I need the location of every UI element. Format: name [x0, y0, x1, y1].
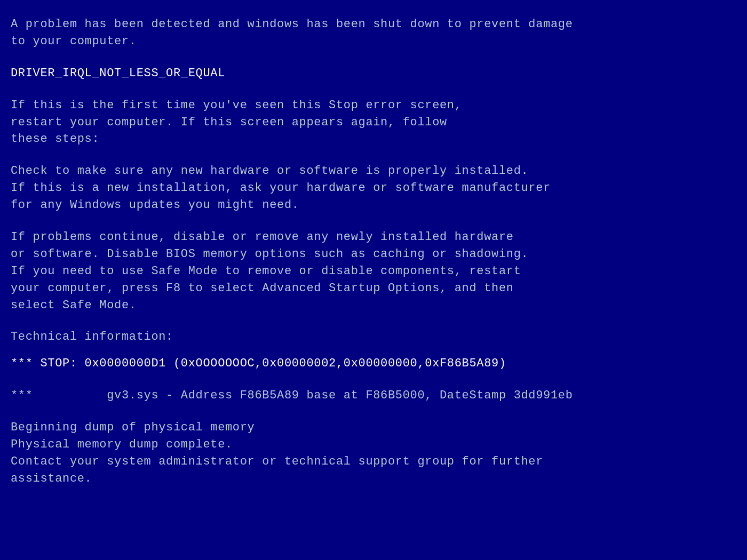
check-hardware-block: Check to make sure any new hardware or s…	[11, 163, 736, 214]
technical-info-block: Technical information: *** STOP: 0x00000…	[11, 329, 736, 404]
dump-line3: Contact your system administrator or tec…	[11, 453, 736, 470]
bsod-screen: A problem has been detected and windows …	[0, 0, 747, 560]
first-time-block: If this is the first time you've seen th…	[11, 97, 736, 148]
intro-line2: to your computer.	[11, 35, 137, 48]
dump-line2: Physical memory dump complete.	[11, 436, 736, 453]
if-problems-block: If problems continue, disable or remove …	[11, 229, 736, 314]
driver-line: *** gv3.sys - Address F86B5A89 base at F…	[11, 387, 736, 404]
intro-block: A problem has been detected and windows …	[11, 16, 736, 50]
stop-code-block: DRIVER_IRQL_NOT_LESS_OR_EQUAL	[11, 65, 736, 82]
check-hardware-msg: Check to make sure any new hardware or s…	[11, 164, 551, 212]
stop-line: *** STOP: 0x0000000D1 (0xOOOOOOOC,0x0000…	[11, 355, 736, 372]
dump-line1: Beginning dump of physical memory	[11, 419, 736, 436]
first-time-msg: If this is the first time you've seen th…	[11, 99, 462, 146]
dump-line4: assistance.	[11, 470, 736, 487]
intro-line1: A problem has been detected and windows …	[11, 18, 573, 31]
tech-info-label: Technical information:	[11, 329, 736, 346]
stop-code: DRIVER_IRQL_NOT_LESS_OR_EQUAL	[11, 65, 736, 82]
dump-section: Beginning dump of physical memory Physic…	[11, 419, 736, 487]
if-problems-msg: If problems continue, disable or remove …	[11, 230, 528, 312]
